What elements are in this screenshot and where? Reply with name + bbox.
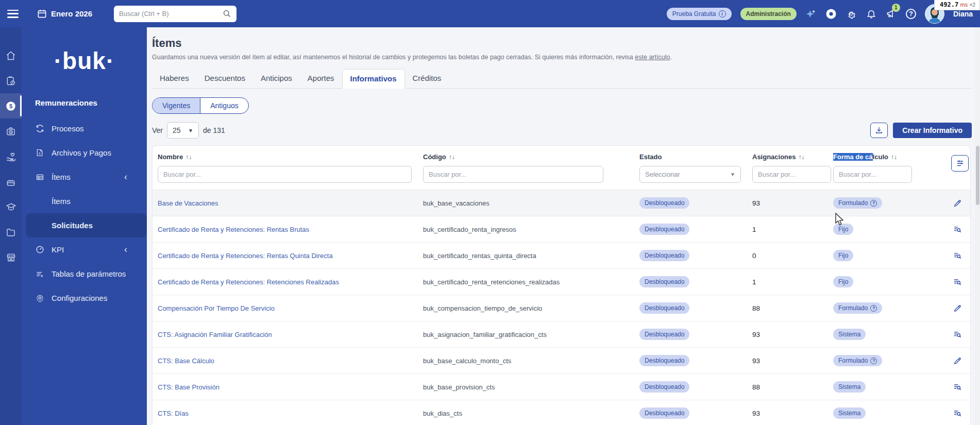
folder-icon[interactable] <box>0 219 22 245</box>
table-icon <box>35 173 44 181</box>
notifications-bell-icon[interactable] <box>866 8 877 20</box>
sidebar-item-configuraciones[interactable]: Configuraciones <box>22 286 147 310</box>
sidebar-item-items[interactable]: Ítems ‹ <box>22 165 147 189</box>
table-row[interactable]: CTS: Base Provisión buk_base_provision_c… <box>153 373 970 400</box>
top-bar: Enero 2026 Prueba Gratuita i Administrac… <box>0 0 980 27</box>
clipboard-clock-icon[interactable] <box>0 68 22 93</box>
item-name-link[interactable]: CTS: Base Provisión <box>158 383 423 391</box>
chevron-left-icon[interactable]: ‹ <box>124 244 127 255</box>
page-description-text: Guardamos una nueva versión del ítem al … <box>152 54 635 61</box>
help-icon[interactable]: ? <box>906 9 916 19</box>
view-detail-icon[interactable] <box>953 409 962 418</box>
table-row[interactable]: CTS: Asignación Familiar Gratificación b… <box>153 321 970 347</box>
table-row[interactable]: Certificado de Renta y Retenciones: Rent… <box>153 216 970 242</box>
view-detail-icon[interactable] <box>953 225 962 234</box>
item-name-link[interactable]: Certificado de Renta y Retenciones: Rent… <box>158 226 423 233</box>
filter-estado-select[interactable]: Seleccionar▼ <box>639 166 741 183</box>
status-badge: Desbloqueado <box>639 224 689 235</box>
item-name-link[interactable]: Compensación Por Tiempo De Servicio <box>158 304 423 312</box>
table-row[interactable]: CTS: Días buk_dias_cts Desbloqueado 93 S… <box>153 400 970 425</box>
question-icon[interactable]: ? <box>870 200 877 207</box>
item-code: buk_certificado_renta_ingresos <box>423 226 639 233</box>
table-row[interactable]: CTS: Base Cálculo buk_base_calculo_monto… <box>153 347 970 373</box>
buk-logo: ·buk· <box>22 47 147 75</box>
sidebar-item-archivos-y-pagos[interactable]: $ Archivos y Pagos <box>22 141 147 165</box>
table-row[interactable]: Certificado de Renta y Retenciones: Rete… <box>153 268 970 295</box>
sort-icon[interactable]: ↑↓ <box>449 154 455 161</box>
view-detail-icon[interactable] <box>953 382 962 392</box>
item-name-link[interactable]: Base de Vacaciones <box>158 199 423 207</box>
gauge-icon <box>35 245 44 254</box>
vertical-scrollbar[interactable] <box>975 27 980 425</box>
hamburger-menu-icon[interactable] <box>7 10 19 18</box>
home-icon[interactable] <box>0 43 22 68</box>
graduation-cap-icon[interactable] <box>0 194 22 219</box>
filter-asignaciones-input[interactable] <box>752 166 831 183</box>
question-icon[interactable]: ? <box>870 358 877 364</box>
sidebar-item-label: Configuraciones <box>52 294 107 302</box>
storefront-icon[interactable] <box>0 245 22 270</box>
article-link[interactable]: este artículo <box>635 54 670 61</box>
item-name-link[interactable]: CTS: Días <box>158 410 423 417</box>
hand-heart-icon[interactable] <box>0 144 22 169</box>
sidebar-item-kpi[interactable]: KPI ‹ <box>22 237 147 262</box>
create-informativo-button[interactable]: Crear Informativo <box>893 123 972 138</box>
sidebar-item-procesos[interactable]: Procesos <box>22 116 147 141</box>
edit-pencil-icon[interactable] <box>953 304 962 313</box>
sidebar-subitem-solicitudes[interactable]: Solicitudes <box>26 213 147 237</box>
view-detail-icon[interactable] <box>953 277 962 286</box>
bag-clock-icon[interactable] <box>0 118 22 144</box>
filter-codigo-input[interactable] <box>423 166 603 183</box>
toggle-antiguos[interactable]: Antiguos <box>200 98 248 113</box>
tab-aportes[interactable]: Aportes <box>300 69 342 89</box>
item-name-link[interactable]: CTS: Base Cálculo <box>158 357 423 365</box>
global-search[interactable] <box>114 6 236 22</box>
item-name-link[interactable]: CTS: Asignación Familiar Gratificación <box>158 331 423 338</box>
table-row[interactable]: Compensación Por Tiempo De Servicio buk_… <box>153 295 970 321</box>
tab-descuentos[interactable]: Descuentos <box>197 69 253 89</box>
scrollbar-thumb[interactable] <box>976 146 979 205</box>
sidebar-subitem-items[interactable]: Ítems <box>22 189 147 213</box>
circle-dot-icon[interactable] <box>825 8 837 20</box>
benefits-cake-icon[interactable] <box>0 169 22 194</box>
remunerations-coin-icon[interactable]: $ <box>0 93 22 118</box>
item-name-link[interactable]: Certificado de Renta y Retenciones: Rete… <box>158 278 423 286</box>
table-row[interactable]: Base de Vacaciones buk_base_vacaciones D… <box>153 190 970 216</box>
column-settings-button[interactable] <box>951 155 969 172</box>
user-name[interactable]: Diana <box>953 10 973 18</box>
item-name-link[interactable]: Certificado de Renta y Retenciones: Rent… <box>158 252 423 260</box>
edit-pencil-icon[interactable] <box>953 356 962 365</box>
toggle-vigentes[interactable]: Vigentes <box>153 98 200 113</box>
sidebar-item-tablas-de-parametros[interactable]: Tablas de parámetros <box>22 262 147 286</box>
tab-creditos[interactable]: Créditos <box>405 69 449 89</box>
settings-gear-icon[interactable] <box>846 8 857 20</box>
sort-icon[interactable]: ↑↓ <box>185 154 192 161</box>
edit-pencil-icon[interactable] <box>953 199 962 208</box>
pagesize-select[interactable]: 25 ▼ <box>167 122 199 139</box>
admin-badge[interactable]: Administración <box>740 8 797 20</box>
tab-informativos[interactable]: Informativos <box>342 69 405 89</box>
sort-icon[interactable]: ↑↓ <box>799 154 805 161</box>
filter-forma-input[interactable] <box>833 166 912 183</box>
sparkle-icon[interactable] <box>805 8 817 20</box>
period-selector[interactable]: Enero 2026 <box>37 9 92 19</box>
filter-nombre-input[interactable] <box>158 166 412 183</box>
chevron-left-icon[interactable]: ‹ <box>124 172 127 182</box>
announcements-megaphone-icon[interactable]: 1 <box>886 8 897 20</box>
global-search-input[interactable] <box>119 10 223 18</box>
tab-anticipos[interactable]: Anticipos <box>253 69 300 89</box>
trial-badge[interactable]: Prueba Gratuita i <box>667 8 732 20</box>
download-button[interactable] <box>870 123 888 138</box>
view-detail-icon[interactable] <box>953 330 962 339</box>
notification-count-badge: 1 <box>892 4 900 12</box>
tab-haberes[interactable]: Haberes <box>152 69 197 89</box>
question-icon[interactable]: ? <box>870 305 877 312</box>
calc-type-badge: Fijo? <box>833 276 853 287</box>
table-row[interactable]: Certificado de Renta y Retenciones: Rent… <box>153 242 970 268</box>
status-badge: Desbloqueado <box>639 329 689 340</box>
page-description: Guardamos una nueva versión del ítem al … <box>152 54 980 61</box>
sort-icon[interactable]: ↑↓ <box>891 154 897 161</box>
view-detail-icon[interactable] <box>953 251 962 260</box>
search-icon[interactable] <box>223 9 231 18</box>
sidebar-item-label: KPI <box>52 245 64 254</box>
